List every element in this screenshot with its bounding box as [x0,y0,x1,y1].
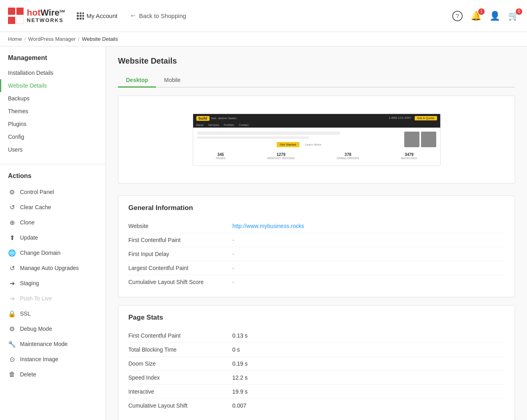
logo-hot: hot [27,8,40,18]
action-control-panel[interactable]: ⚙ Control Panel [0,184,106,200]
control-panel-icon: ⚙ [8,188,16,196]
management-title: Management [0,54,106,66]
action-clone[interactable]: ⊕ Clone [0,215,106,230]
help-button[interactable]: ? [452,11,463,21]
mockup-logo-badge: build [196,116,210,121]
push-to-live-icon: ➔ [8,294,16,302]
action-manage-auto-upgrades[interactable]: ↺ Manage Auto Upgrades [0,260,106,276]
action-staging[interactable]: ➔ Staging [0,276,106,291]
action-instance-image[interactable]: ⊙ Instance Image [0,352,106,367]
sidebar-item-installation-details[interactable]: Installation Details [0,66,106,79]
action-debug-mode-label: Debug Mode [20,326,52,332]
logo-sq-red-1 [8,8,15,15]
logo-networks: NETWORKS [27,18,65,23]
logo-area: hotWireSM NETWORKS [8,8,65,24]
cart-badge: 0 [516,8,522,15]
user-icon: 👤 [489,11,500,21]
grid-icon [77,12,84,20]
sidebar-nav: Installation Details Website Details Bac… [0,66,106,156]
mockup-hero-link: Learn More [305,143,321,146]
notifications-button[interactable]: 🔔 1 [471,11,481,21]
page-stats-title: Page Stats [128,314,505,322]
breadcrumb-wordpress-manager[interactable]: WordPress Manager [28,36,76,42]
ps-label-fcp: First Contentful Paint [128,332,232,339]
info-row-ps-int: Interactive 19.9 s [128,385,505,399]
stat-2: 1279 MONTHLY VISITORS [267,152,295,160]
action-change-domain-label: Change Domain [20,250,60,256]
action-clone-label: Clone [20,219,35,226]
user-profile-button[interactable]: 👤 [489,11,500,21]
action-control-panel-label: Control Panel [20,189,54,195]
logo-wire: Wire [40,8,59,18]
sidebar-item-plugins[interactable]: Plugins [0,118,106,130]
mockup-header: build fast. deliver faster. 1-888-123-45… [193,114,440,123]
general-info-title: General Information [128,204,505,212]
my-account-link[interactable]: My Account [77,12,118,20]
info-row-ps-doom: Doom Size 0.19 s [128,357,505,371]
mockup-col-1 [404,132,419,147]
stat-1: 345 PAGES [216,152,226,160]
sidebar-item-backups[interactable]: Backups [0,92,106,105]
breadcrumb-home[interactable]: Home [8,36,22,42]
info-value-website[interactable]: http://www.mybusiness.rocks [232,223,304,229]
back-to-shopping-link[interactable]: ← Back to Shopping [130,12,186,20]
clear-cache-icon: ↺ [8,203,16,211]
action-change-domain[interactable]: 🌐 Change Domain [0,245,106,260]
action-clear-cache[interactable]: ↺ Clear Cache [0,200,106,215]
info-row-fid: First Input Delay - [128,247,505,261]
actions-title: Actions [0,168,106,184]
mockup-headline-1 [197,132,340,135]
ps-label-si: Speed Index [128,374,232,381]
instance-image-icon: ⊙ [8,355,16,363]
tab-desktop[interactable]: Desktop [118,74,156,88]
mockup-phone: 1-888-123-4567 [389,116,411,120]
action-ssl[interactable]: 🔒 SSL [0,306,106,321]
action-push-to-live-label: Push To Live [20,295,52,302]
mockup-col-2 [421,132,436,147]
action-update[interactable]: ⬆ Update [0,230,106,245]
info-row-ps-si: Speed Index 12.2 s [128,371,505,385]
tab-mobile[interactable]: Mobile [156,74,188,88]
page-title: Website Details [118,56,515,66]
action-debug-mode[interactable]: ⚙ Debug Mode [0,321,106,336]
maintenance-mode-icon: 🔧 [8,340,16,348]
info-row-ps-tbt: Total Blocking Time 0 s [128,343,505,357]
sidebar-item-themes[interactable]: Themes [0,105,106,118]
update-icon: ⬆ [8,234,16,242]
sidebar-item-config[interactable]: Config [0,130,106,143]
action-manage-auto-upgrades-label: Manage Auto Upgrades [20,265,79,271]
action-ssl-label: SSL [20,310,30,317]
actions-section: Actions ⚙ Control Panel ↺ Clear Cache ⊕ … [0,168,106,382]
help-icon: ? [452,11,463,21]
action-delete[interactable]: 🗑 Delete [0,367,106,382]
info-row-fcp: First Contentful Paint - [128,233,505,247]
mockup-nav: About Services Portfolio Contact [193,123,440,128]
debug-mode-icon: ⚙ [8,325,16,333]
ps-value-si: 12.2 s [232,374,248,381]
action-maintenance-mode[interactable]: 🔧 Maintenance Mode [0,336,106,352]
breadcrumb: Home / WordPress Manager / Website Detai… [0,32,527,46]
mockup-cta: Get A Quote [415,116,437,120]
info-label-lcp: Largest Contentful Paint [128,265,232,271]
info-value-lcp: - [232,265,234,271]
logo-sq-red-3 [8,17,15,24]
ps-value-cls: 0.007 [232,402,246,409]
breadcrumb-sep-1: / [24,36,26,42]
ps-label-cls: Cumulative Layout Shift [128,402,232,409]
cart-button[interactable]: 🛒 0 [508,11,519,21]
info-row-lcp: Largest Contentful Paint - [128,261,505,275]
sidebar-item-website-details[interactable]: Website Details [0,79,106,92]
ps-label-int: Interactive [128,388,232,395]
logo-icon [8,8,24,24]
mockup-nav-item-3: Portfolio [224,124,234,126]
action-staging-label: Staging [20,280,39,286]
info-label-fid: First Input Delay [128,251,232,257]
notification-badge: 1 [478,8,485,15]
general-info-section: General Information Website http://www.m… [118,196,515,297]
mockup-body: Get Started Learn More 345 PAGES [193,128,440,166]
mockup-header-right: 1-888-123-4567 Get A Quote [389,116,437,120]
page-content: Website Details Desktop Mobile build fas… [106,46,527,420]
stat-4: 3479 BACKLINKS [401,152,417,160]
action-maintenance-mode-label: Maintenance Mode [20,341,68,347]
sidebar-item-users[interactable]: Users [0,143,106,156]
